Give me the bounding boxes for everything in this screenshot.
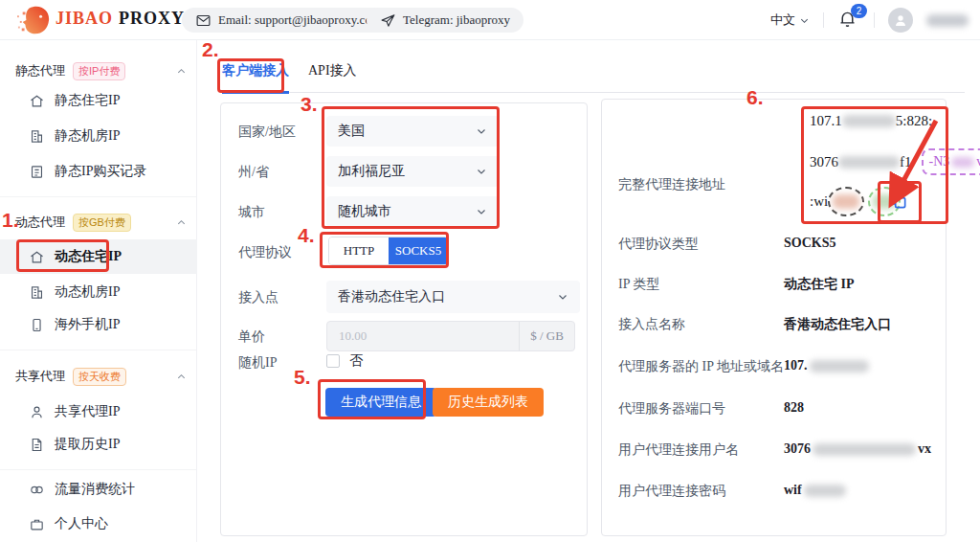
- person-icon: [893, 12, 908, 28]
- divider: [823, 12, 824, 28]
- file-icon: [29, 437, 45, 453]
- protocol-toggle: HTTP SOCKS5: [328, 237, 449, 265]
- history-list-button[interactable]: 历史生成列表: [433, 388, 544, 417]
- sidebar-item-shared-proxy-ip[interactable]: 共享代理IP: [0, 395, 197, 429]
- price-label: 单价: [238, 328, 265, 346]
- sidebar-item-label: 静态机房IP: [55, 127, 120, 145]
- chevron-down-icon: [799, 15, 810, 26]
- sidebar-item-extract-history-ip[interactable]: 提取历史IP: [0, 427, 197, 462]
- city-select[interactable]: 随机城市: [326, 196, 499, 227]
- sidebar-item-label: 静态住宅IP: [55, 92, 120, 109]
- sidebar-group-static-proxy[interactable]: 静态代理 按IP付费: [15, 61, 187, 80]
- full-address-label: 完整代理连接地址: [618, 176, 725, 193]
- server-ip-label: 代理服务器的 IP 地址或域名: [618, 358, 784, 375]
- country-label: 国家/地区: [238, 124, 296, 141]
- notification-bell[interactable]: 2: [837, 9, 860, 32]
- sidebar-item-label: 海外手机IP: [55, 316, 120, 333]
- address-text: 3076: [810, 154, 838, 170]
- random-ip-checkbox[interactable]: [326, 354, 340, 368]
- email-contact-pill[interactable]: Email: support@jibaoproxy.com: [182, 8, 394, 33]
- protocol-type-value: SOCKS5: [784, 236, 835, 251]
- brand-primary: JIBAO: [56, 9, 113, 28]
- billing-badge: 按GB付费: [73, 214, 131, 232]
- sidebar-item-dynamic-residential-ip[interactable]: 动态住宅IP: [0, 239, 197, 274]
- ip-type-label: IP 类型: [618, 276, 659, 293]
- generate-proxy-button[interactable]: 生成代理信息: [325, 388, 436, 417]
- username-label: 用户代理连接用户名: [618, 441, 739, 459]
- address-text: :wi: [810, 193, 828, 210]
- top-right-cluster: 中文 2: [770, 0, 969, 40]
- redacted-segment: [810, 360, 869, 373]
- redacted-segment: [813, 443, 916, 456]
- state-value: 加利福尼亚: [338, 163, 405, 180]
- telegram-text: Telegram: jibaoproxy: [403, 12, 510, 28]
- redacted-segment: [842, 115, 896, 127]
- protocol-option-http[interactable]: HTTP: [329, 237, 389, 264]
- endpoint-select[interactable]: 香港动态住宅入口: [326, 281, 580, 313]
- language-selector[interactable]: 中文: [770, 11, 810, 29]
- brand-secondary: PROXY: [119, 9, 185, 28]
- session-tag: -N3 vx: [922, 148, 980, 175]
- chevron-up-icon: [176, 66, 187, 77]
- value-text: vx: [918, 441, 931, 457]
- telegram-contact-pill[interactable]: Telegram: jibaoproxy: [367, 8, 523, 33]
- sidebar-item-overseas-mobile-ip[interactable]: 海外手机IP: [0, 307, 197, 342]
- sidebar-item-traffic-statistics[interactable]: 流量消费统计: [0, 472, 197, 507]
- app-root: JIBAOPROXY Email: support@jibaoproxy.com…: [0, 0, 980, 542]
- sidebar-item-label: 个人中心: [55, 515, 108, 532]
- divider: [0, 469, 196, 470]
- endpoint-value: 香港动态住宅入口: [338, 288, 445, 305]
- sidebar-item-static-residential-ip[interactable]: 静态住宅IP: [0, 83, 197, 118]
- address-text: f1: [900, 154, 912, 170]
- divider: [0, 350, 196, 350]
- avatar[interactable]: [888, 8, 913, 33]
- redacted-segment: [838, 156, 900, 169]
- sidebar-item-static-datacenter-ip[interactable]: 静态机房IP: [0, 119, 197, 153]
- username-redacted: [926, 14, 969, 27]
- ip-type-value: 动态住宅 IP: [784, 276, 855, 293]
- notification-badge: 2: [851, 4, 867, 18]
- tag-text: -N3: [929, 154, 950, 169]
- value-text: 3076: [784, 441, 811, 457]
- state-label: 州/省: [238, 164, 269, 181]
- email-text: Email: support@jibaoproxy.com: [218, 12, 381, 28]
- username-value: 3076 vx: [784, 441, 931, 457]
- sidebar-item-dynamic-datacenter-ip[interactable]: 动态机房IP: [0, 275, 197, 309]
- random-ip-label: 随机IP: [238, 354, 277, 372]
- divider: [0, 196, 196, 197]
- sidebar-item-label: 提取历史IP: [55, 436, 120, 453]
- value-text: 107.: [784, 358, 808, 373]
- briefcase-icon: [29, 516, 45, 532]
- address-line-1: 107.1 5:828:: [810, 111, 932, 130]
- endpoint-label: 接入点: [238, 289, 278, 306]
- redacted-segment: [804, 485, 846, 497]
- endpoint-name-value: 香港动态住宅入口: [784, 316, 891, 333]
- country-value: 美国: [338, 123, 365, 140]
- price-input[interactable]: 10.00 $ / GB: [326, 321, 575, 351]
- protocol-type-label: 代理协议类型: [618, 236, 699, 253]
- smartphone-icon: [29, 317, 45, 333]
- city-value: 随机城市: [338, 203, 391, 220]
- sidebar-item-label: 流量消费统计: [55, 481, 135, 498]
- home-icon: [29, 249, 45, 265]
- protocol-option-socks5[interactable]: SOCKS5: [389, 237, 448, 264]
- annotation-step-2: 2.: [202, 38, 219, 61]
- tab-api-access[interactable]: API接入: [308, 62, 357, 91]
- state-select[interactable]: 加利福尼亚: [326, 156, 499, 187]
- chevron-down-icon: [476, 206, 487, 217]
- transfer-icon: [29, 482, 45, 498]
- sidebar-group-dynamic-proxy[interactable]: 动态代理 按GB付费: [15, 213, 187, 232]
- country-select[interactable]: 美国: [326, 116, 499, 147]
- sidebar-group-shared-proxy[interactable]: 共享代理 按天收费: [15, 367, 187, 386]
- tab-client-access[interactable]: 客户端接入: [222, 62, 289, 94]
- value-text: wif: [784, 483, 802, 498]
- chevron-down-icon: [476, 125, 487, 137]
- copy-address-button[interactable]: [889, 192, 908, 211]
- sidebar-item-static-ip-purchase-history[interactable]: 静态IP购买记录: [0, 154, 197, 189]
- endpoint-name-label: 接入点名称: [618, 316, 685, 333]
- divider: [874, 12, 875, 28]
- redacted-segment: [951, 157, 974, 168]
- price-unit: $ / GB: [519, 322, 574, 350]
- chevron-down-icon: [557, 291, 568, 303]
- sidebar-item-personal-center[interactable]: 个人中心: [0, 507, 197, 541]
